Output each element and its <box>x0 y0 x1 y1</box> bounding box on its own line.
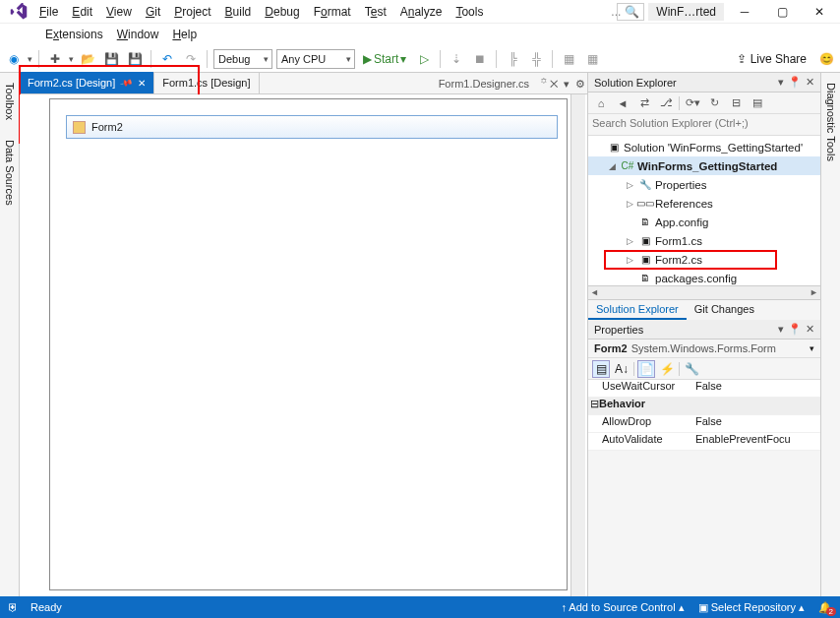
solution-search-input[interactable] <box>592 117 816 129</box>
designer-canvas[interactable]: Form2 <box>49 98 568 590</box>
prop-pages-icon[interactable]: 🔧 <box>683 360 700 378</box>
prop-row[interactable]: AllowDropFalse <box>588 415 820 433</box>
prop-row[interactable]: AutoValidateEnablePreventFocu <box>588 433 820 451</box>
search-icon: 🔍 <box>625 5 639 19</box>
undo-icon[interactable]: ↶ <box>157 49 177 69</box>
form-icon <box>73 121 86 134</box>
tab-form1-design[interactable]: Form1.cs [Design] <box>154 72 259 93</box>
expand-icon[interactable]: ▷ <box>624 255 635 265</box>
panel-menu-icon[interactable]: ▾ <box>778 76 784 89</box>
select-repository[interactable]: ▣ Select Repository ▴ <box>698 601 805 614</box>
tab-settings-icon[interactable]: ⚙ <box>575 78 585 91</box>
panel-close-icon[interactable]: ✕ <box>806 323 814 336</box>
close-icon[interactable]: ✕ <box>138 78 146 89</box>
title-search[interactable]: ... 🔍 <box>617 3 644 21</box>
feedback-icon[interactable]: 😊 <box>816 49 836 69</box>
tree-references[interactable]: ▷ ▭▭ References <box>588 194 820 213</box>
platform-combo[interactable]: Any CPU <box>276 49 355 69</box>
panel-pin-icon[interactable]: 📍 <box>788 323 802 336</box>
nav-back-icon[interactable]: ◉ <box>4 49 24 69</box>
bottom-tab-solution[interactable]: Solution Explorer <box>588 300 687 320</box>
form-file-icon: ▣ <box>638 253 652 267</box>
tree-project[interactable]: ◢ C# WinForms_GettingStarted <box>588 156 820 175</box>
sol-home-icon[interactable]: ⌂ <box>592 94 610 112</box>
design-form-window[interactable]: Form2 <box>66 115 558 139</box>
new-project-icon[interactable]: ✚ <box>45 49 65 69</box>
menu-analyze[interactable]: Analyze <box>394 3 449 21</box>
solution-icon: ▣ <box>607 141 621 154</box>
notifications-icon[interactable]: 🔔 <box>818 601 832 614</box>
events-icon[interactable]: ⚡ <box>658 360 676 378</box>
tree-form1[interactable]: ▷ ▣ Form1.cs <box>588 231 820 250</box>
menu-tools[interactable]: Tools <box>450 3 489 21</box>
collapse-icon[interactable]: ◢ <box>606 161 618 171</box>
panel-menu-icon[interactable]: ▾ <box>778 323 784 336</box>
save-all-icon[interactable]: 💾 <box>125 49 145 69</box>
diagnostic-tools-tab[interactable]: Diagnostic Tools <box>824 77 838 167</box>
menu-build[interactable]: Build <box>219 3 258 21</box>
tree-solution[interactable]: ▣ Solution 'WinForms_GettingStarted' <box>588 138 820 156</box>
sol-sync-icon[interactable]: ↻ <box>705 94 723 112</box>
live-share-button[interactable]: ⇪ Live Share <box>731 52 812 66</box>
config-combo[interactable]: Debug <box>213 49 272 69</box>
toolbox-tab[interactable]: Toolbox <box>3 77 17 126</box>
liveshare-icon: ⇪ <box>737 52 747 66</box>
sol-switch-icon[interactable]: ⇄ <box>635 94 653 112</box>
menu-help[interactable]: Help <box>166 26 203 43</box>
sol-showall-icon[interactable]: ▤ <box>749 94 766 112</box>
close-button[interactable]: ✕ <box>803 2 836 22</box>
align-icon[interactable]: ╠ <box>503 49 522 69</box>
properties-object: Form2 <box>594 342 628 354</box>
datasources-tab[interactable]: Data Sources <box>3 134 17 212</box>
tab-close-preview-icon[interactable]: ꙳ ✕ <box>541 78 558 91</box>
categorized-icon[interactable]: ▤ <box>592 360 610 378</box>
expand-icon[interactable]: ▷ <box>624 199 635 209</box>
grid-icon[interactable]: ▦ <box>559 49 578 69</box>
add-source-control[interactable]: ↑ Add to Source Control ▴ <box>561 601 684 614</box>
sol-back-icon[interactable]: ◄ <box>614 94 631 112</box>
maximize-button[interactable]: ▢ <box>765 2 799 22</box>
prop-row[interactable]: UseWaitCursorFalse <box>588 380 820 398</box>
bottom-tab-git[interactable]: Git Changes <box>687 300 762 320</box>
redo-icon[interactable]: ↷ <box>181 49 201 69</box>
panel-close-icon[interactable]: ✕ <box>806 76 814 89</box>
align2-icon[interactable]: ╬ <box>526 49 546 69</box>
menu-file[interactable]: File <box>33 3 64 21</box>
sol-hscroll[interactable] <box>588 285 820 299</box>
menu-window[interactable]: Window <box>111 26 165 43</box>
menu-test[interactable]: Test <box>359 3 392 21</box>
step-icon[interactable]: ⇣ <box>447 49 466 69</box>
tab-preview[interactable]: Form1.Designer.cs <box>433 75 535 93</box>
menu-extensions[interactable]: Extensions <box>39 26 109 43</box>
pin-icon[interactable]: 📌 <box>119 76 134 90</box>
menu-project[interactable]: Project <box>168 3 216 21</box>
prop-category[interactable]: Behavior <box>588 398 820 415</box>
tree-packages[interactable]: 🗎 packages.config <box>588 269 820 285</box>
alpha-sort-icon[interactable]: A↓ <box>613 360 630 378</box>
sol-git-icon[interactable]: ⎇ <box>657 94 675 112</box>
open-icon[interactable]: 📂 <box>78 49 97 69</box>
tree-appconfig[interactable]: 🗎 App.config <box>588 213 820 231</box>
stop-icon[interactable]: ⏹ <box>470 49 490 69</box>
tab-form2-design[interactable]: Form2.cs [Design] 📌 ✕ <box>20 72 154 93</box>
tab-overflow-icon[interactable]: ▾ <box>564 78 570 91</box>
tree-form2[interactable]: ▷ ▣ Form2.cs <box>588 250 820 269</box>
menu-format[interactable]: Format <box>308 3 357 21</box>
menu-edit[interactable]: Edit <box>66 3 98 21</box>
menu-debug[interactable]: Debug <box>259 3 305 21</box>
sol-refresh-icon[interactable]: ⟳▾ <box>684 94 701 112</box>
menu-git[interactable]: Git <box>140 3 166 21</box>
start-button[interactable]: ▶ Start ▾ <box>359 52 410 66</box>
tree-properties[interactable]: ▷ 🔧 Properties <box>588 175 820 194</box>
expand-icon[interactable]: ▷ <box>624 180 635 190</box>
save-icon[interactable]: 💾 <box>101 49 121 69</box>
expand-icon[interactable]: ▷ <box>624 236 635 246</box>
menu-view[interactable]: View <box>100 3 138 21</box>
sol-collapse-icon[interactable]: ⊟ <box>727 94 745 112</box>
start-noattach-icon[interactable]: ▷ <box>414 49 434 69</box>
grid2-icon[interactable]: ▦ <box>582 49 602 69</box>
props-icon[interactable]: 📄 <box>637 360 655 378</box>
status-ready: Ready <box>30 601 62 613</box>
panel-pin-icon[interactable]: 📍 <box>788 76 802 89</box>
minimize-button[interactable]: ─ <box>728 2 761 22</box>
